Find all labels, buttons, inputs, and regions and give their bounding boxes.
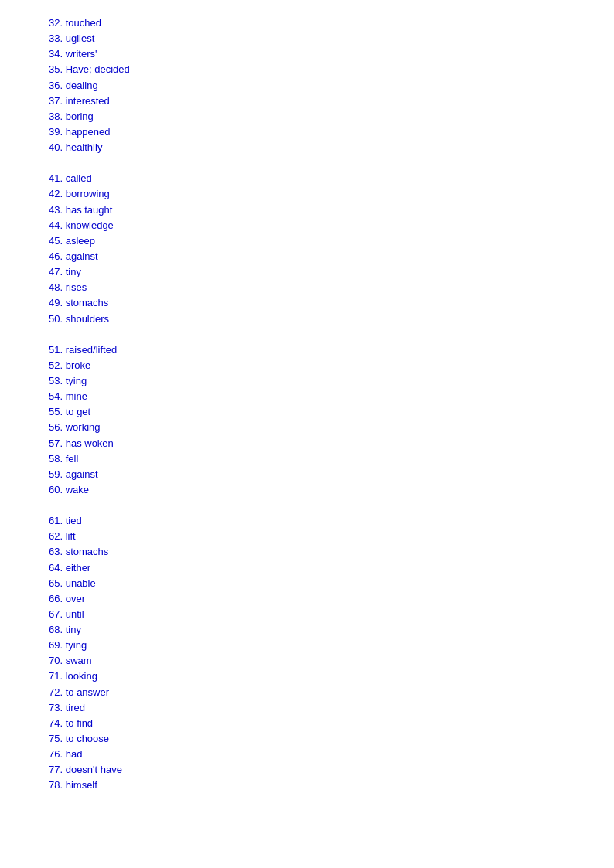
- list-item: 78. himself: [49, 778, 614, 793]
- list-item: 32. touched: [49, 15, 614, 31]
- list-item: 39. happened: [49, 124, 614, 140]
- page-content: 32. touched33. ugliest34. writers'35. Ha…: [49, 15, 614, 794]
- list-item: 50. shoulders: [49, 311, 614, 327]
- list-item: 49. stomachs: [49, 295, 614, 311]
- list-item: 61. tied: [49, 513, 614, 529]
- list-item: 40. healthily: [49, 140, 614, 155]
- list-item: 56. working: [49, 420, 614, 435]
- list-item: 70. swam: [49, 653, 614, 669]
- list-item: 68. tiny: [49, 622, 614, 638]
- list-item: 64. either: [49, 560, 614, 576]
- list-item: 72. to answer: [49, 685, 614, 700]
- list-item: 65. unable: [49, 576, 614, 591]
- list-item: 47. tiny: [49, 264, 614, 280]
- list-item: 54. mine: [49, 389, 614, 404]
- list-item: 43. has taught: [49, 203, 614, 218]
- list-item: 36. dealing: [49, 78, 614, 94]
- list-section-1: 32. touched33. ugliest34. writers'35. Ha…: [49, 15, 614, 155]
- list-item: 48. rises: [49, 280, 614, 295]
- list-item: 41. called: [49, 171, 614, 186]
- list-item: 71. looking: [49, 669, 614, 684]
- list-item: 63. stomachs: [49, 544, 614, 560]
- list-item: 66. over: [49, 591, 614, 607]
- list-item: 58. fell: [49, 451, 614, 467]
- list-item: 37. interested: [49, 94, 614, 109]
- list-section-3: 51. raised/lifted52. broke53. tying54. m…: [49, 342, 614, 498]
- list-item: 45. asleep: [49, 233, 614, 249]
- list-item: 74. to find: [49, 716, 614, 731]
- list-item: 73. tired: [49, 700, 614, 716]
- list-item: 42. borrowing: [49, 186, 614, 202]
- list-item: 51. raised/lifted: [49, 342, 614, 358]
- list-item: 67. until: [49, 607, 614, 622]
- list-item: 57. has woken: [49, 436, 614, 451]
- list-item: 46. against: [49, 249, 614, 264]
- list-item: 53. tying: [49, 373, 614, 389]
- list-item: 76. had: [49, 747, 614, 762]
- list-item: 60. wake: [49, 482, 614, 498]
- list-section-4: 61. tied62. lift63. stomachs64. either65…: [49, 513, 614, 794]
- list-item: 38. boring: [49, 109, 614, 124]
- list-item: 62. lift: [49, 529, 614, 544]
- list-item: 77. doesn't have: [49, 762, 614, 778]
- list-item: 34. writers': [49, 46, 614, 62]
- list-item: 75. to choose: [49, 731, 614, 747]
- list-item: 55. to get: [49, 404, 614, 420]
- list-item: 52. broke: [49, 358, 614, 373]
- list-section-2: 41. called42. borrowing43. has taught44.…: [49, 171, 614, 326]
- list-item: 33. ugliest: [49, 31, 614, 46]
- list-item: 35. Have; decided: [49, 62, 614, 77]
- list-item: 59. against: [49, 467, 614, 482]
- list-item: 44. knowledge: [49, 218, 614, 233]
- list-item: 69. tying: [49, 638, 614, 653]
